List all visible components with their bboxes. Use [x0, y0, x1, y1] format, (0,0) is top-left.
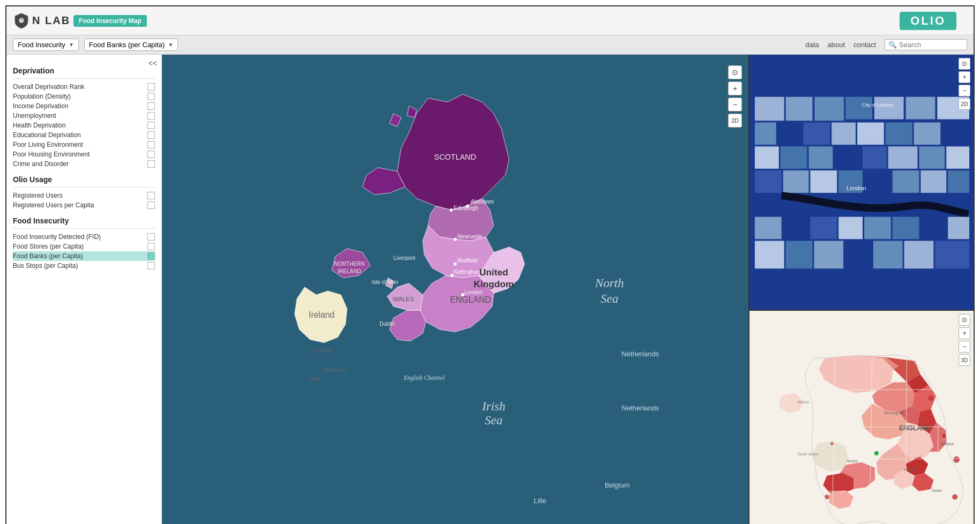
sidebar-item-poor-living[interactable]: Poor Living Environment	[13, 140, 155, 149]
svg-text:London: London	[464, 289, 482, 295]
checkbox-population[interactable]	[147, 93, 155, 100]
mini-bottom-zoom-in-button[interactable]: +	[959, 327, 970, 339]
svg-rect-59	[888, 146, 918, 169]
mini-top-locate-button[interactable]: ⊙	[959, 58, 970, 70]
checkbox-educational[interactable]	[147, 131, 155, 139]
svg-text:IRELAND: IRELAND	[338, 268, 361, 274]
mini-top-zoom-out-button[interactable]: −	[959, 85, 970, 96]
section-olio-title: Olio Usage	[13, 175, 155, 184]
svg-text:Newcastle: Newcastle	[457, 234, 482, 239]
svg-rect-73	[838, 217, 863, 239]
sidebar-item-income[interactable]: Income Deprivation	[13, 101, 155, 111]
svg-rect-54	[755, 146, 779, 169]
nav-links: data about contact 🔍	[805, 39, 967, 50]
checkbox-food-banks[interactable]	[147, 252, 155, 260]
svg-text:Birmingham: Birmingham	[885, 411, 904, 415]
svg-rect-53	[942, 123, 969, 145]
divider-olio	[13, 187, 155, 188]
svg-text:N: N	[20, 19, 23, 24]
checkbox-overall[interactable]	[147, 83, 155, 91]
mini-bottom-zoom-out-button[interactable]: −	[959, 341, 970, 353]
zoom-in-button[interactable]: +	[728, 81, 742, 95]
svg-text:Kingdom: Kingdom	[474, 279, 514, 289]
svg-rect-43	[874, 97, 904, 119]
sidebar-item-poor-housing[interactable]: Poor Housing Environment	[13, 149, 155, 159]
checkbox-fid[interactable]	[147, 233, 155, 241]
mini-bottom-mode-button[interactable]: 3D	[959, 354, 970, 366]
sidebar-item-food-stores[interactable]: Food Stores (per Capita)	[13, 242, 155, 251]
divider-deprivation	[13, 78, 155, 79]
mini-top-mode-button[interactable]: 2D	[959, 98, 970, 110]
svg-text:London: London	[904, 467, 917, 471]
top-nav: N N LAB Food Insecurity Map OLIO	[6, 6, 974, 35]
sidebar-item-overall-deprivation[interactable]: Overall Deprivation Rank	[13, 82, 155, 92]
checkbox-income[interactable]	[147, 102, 155, 110]
sidebar-item-unemployment[interactable]: Unemployment	[13, 111, 155, 121]
svg-rect-82	[873, 241, 903, 268]
section-food-title: Food Insecurity	[13, 216, 155, 225]
checkbox-reg-users-capita[interactable]	[147, 201, 155, 209]
svg-rect-81	[845, 241, 872, 268]
svg-rect-75	[893, 217, 919, 239]
svg-rect-61	[946, 146, 969, 169]
search-input[interactable]	[899, 41, 963, 49]
svg-rect-77	[948, 217, 969, 239]
right-panel: City of London London ⊙ + − 2D	[748, 55, 974, 524]
search-box[interactable]: 🔍	[885, 39, 967, 50]
checkbox-food-stores[interactable]	[147, 243, 155, 250]
svg-rect-40	[786, 97, 813, 121]
mini-map-bottom[interactable]: ENGLAND	[749, 311, 974, 524]
svg-text:Bristol: Bristol	[847, 459, 858, 463]
sidebar-item-population[interactable]: Population (Density)	[13, 92, 155, 101]
svg-text:Ireland: Ireland	[309, 310, 335, 319]
svg-text:North: North	[595, 276, 624, 290]
svg-text:London: London	[847, 185, 866, 191]
nlab-logo: N N LAB	[13, 12, 70, 29]
locate-button[interactable]: ⊙	[728, 65, 742, 79]
checkbox-poor-housing[interactable]	[147, 151, 155, 158]
sidebar-item-food-banks[interactable]: Food Banks (per Capita)	[13, 251, 155, 261]
mini-top-zoom-in-button[interactable]: +	[959, 71, 970, 83]
sidebar-item-crime[interactable]: Crime and Disorder	[13, 159, 155, 169]
main-map[interactable]: North Sea Irish Sea SCOTLAND NORTHERN IR…	[162, 55, 748, 524]
food-banks-dropdown[interactable]: Food Banks (per Capita) ▼	[84, 39, 179, 51]
svg-rect-83	[904, 241, 934, 268]
svg-text:Belgium: Belgium	[605, 481, 630, 489]
sidebar-item-bus-stops[interactable]: Bus Stops (per Capita)	[13, 261, 155, 271]
sidebar-item-health[interactable]: Health Deprivation	[13, 121, 155, 130]
sidebar-item-fid[interactable]: Food Insecurity Detected (FID)	[13, 232, 155, 242]
checkbox-poor-living[interactable]	[147, 141, 155, 148]
shield-icon: N	[13, 12, 30, 29]
svg-text:City of London: City of London	[862, 102, 893, 108]
mini-map-top[interactable]: City of London London ⊙ + − 2D	[749, 55, 974, 311]
svg-point-114	[928, 395, 933, 401]
svg-text:Liverpool: Liverpool	[394, 255, 415, 261]
food-insecurity-dropdown[interactable]: Food Insecurity ▼	[13, 39, 79, 51]
collapse-button[interactable]: <<	[149, 59, 157, 68]
sidebar-item-registered-users[interactable]: Registered Users	[13, 191, 155, 200]
sidebar-item-registered-users-capita[interactable]: Registered Users per Capita	[13, 200, 155, 210]
checkbox-crime[interactable]	[147, 160, 155, 168]
mini-map-bottom-controls: ⊙ + − 3D	[959, 314, 970, 366]
uk-map-svg: North Sea Irish Sea SCOTLAND NORTHERN IR…	[162, 55, 748, 524]
sidebar-item-educational[interactable]: Educational Deprivation	[13, 130, 155, 140]
svg-text:Dover: Dover	[932, 489, 942, 492]
checkbox-unemployment[interactable]	[147, 112, 155, 119]
svg-rect-79	[786, 241, 813, 268]
nav-data-link[interactable]: data	[805, 41, 819, 49]
nav-about-link[interactable]: about	[828, 41, 845, 49]
svg-text:Nottingham: Nottingham	[454, 269, 481, 275]
svg-rect-64	[810, 170, 837, 193]
svg-rect-49	[831, 123, 856, 145]
nav-contact-link[interactable]: contact	[853, 41, 876, 49]
svg-text:United: United	[479, 267, 508, 278]
svg-rect-39	[755, 97, 784, 121]
svg-rect-68	[920, 170, 946, 193]
mode-2d-button[interactable]: 2D	[728, 114, 742, 128]
zoom-out-button[interactable]: −	[728, 98, 742, 111]
mini-bottom-locate-button[interactable]: ⊙	[959, 314, 970, 326]
checkbox-bus-stops[interactable]	[147, 262, 155, 270]
checkbox-reg-users[interactable]	[147, 192, 155, 199]
svg-text:Aberdeen: Aberdeen	[471, 199, 494, 205]
checkbox-health[interactable]	[147, 122, 155, 129]
